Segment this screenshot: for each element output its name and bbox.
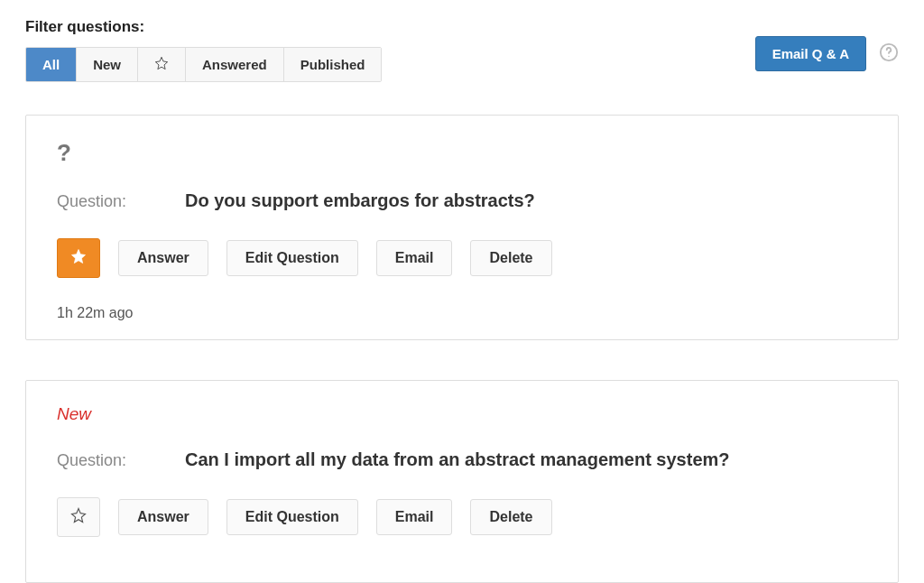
question-text: Do you support embargos for abstracts?: [185, 190, 535, 211]
svg-point-1: [888, 55, 889, 56]
card-badge: ?: [57, 139, 867, 167]
edit-question-button[interactable]: Edit Question: [226, 240, 358, 276]
star-button[interactable]: [57, 238, 100, 278]
card-badge-new: New: [57, 404, 867, 424]
star-button[interactable]: [57, 497, 100, 537]
filter-tabs: All New Answered Published: [25, 47, 382, 82]
delete-button[interactable]: Delete: [470, 240, 551, 276]
filter-tab-new[interactable]: New: [77, 48, 138, 81]
filter-tab-published[interactable]: Published: [284, 48, 382, 81]
timestamp: 1h 22m ago: [57, 305, 867, 321]
star-icon: [70, 248, 87, 268]
edit-question-button[interactable]: Edit Question: [226, 499, 358, 535]
question-label: Question:: [57, 451, 138, 470]
question-card: New Question: Can I import all my data f…: [25, 380, 899, 583]
answer-button[interactable]: Answer: [118, 240, 208, 276]
email-button[interactable]: Email: [376, 240, 453, 276]
delete-button[interactable]: Delete: [470, 499, 551, 535]
question-label: Question:: [57, 192, 138, 211]
star-icon: [154, 56, 169, 73]
filter-label: Filter questions:: [25, 18, 382, 36]
question-text: Can I import all my data from an abstrac…: [185, 449, 730, 470]
filter-tab-answered[interactable]: Answered: [186, 48, 284, 81]
email-qa-button[interactable]: Email Q & A: [755, 36, 866, 71]
answer-button[interactable]: Answer: [118, 499, 208, 535]
filter-tab-all[interactable]: All: [26, 48, 77, 81]
email-button[interactable]: Email: [376, 499, 453, 535]
help-icon[interactable]: [879, 42, 899, 66]
question-card: ? Question: Do you support embargos for …: [25, 115, 899, 340]
filter-tab-star[interactable]: [138, 48, 186, 81]
star-icon: [70, 507, 87, 527]
